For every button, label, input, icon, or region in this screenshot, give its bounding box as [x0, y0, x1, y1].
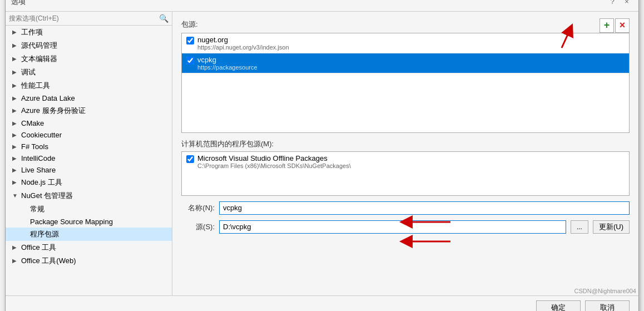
- source-name-vcpkg: vcpkg: [197, 56, 257, 64]
- tree-item-nuget[interactable]: ▼NuGet 包管理器: [6, 189, 172, 203]
- dialog-title: 选项: [11, 0, 26, 7]
- help-button[interactable]: ?: [606, 0, 618, 8]
- ok-button[interactable]: 确定: [536, 300, 581, 312]
- machine-url-offline: C:\Program Files (x86)\Microsoft SDKs\Nu…: [197, 162, 351, 169]
- tree-label-nuget-general: 常规: [30, 204, 44, 214]
- tree-item-nuget-mapping[interactable]: Package Source Mapping: [6, 216, 172, 228]
- machine-list: Microsoft Visual Studio Offline Packages…: [181, 151, 630, 196]
- expand-icon-officeweb: ▶: [12, 258, 19, 264]
- source-label: 源(S):: [181, 222, 215, 232]
- dialog-body: 🔍 ▶工作项▶源代码管理▶文本编辑器▶调试▶性能工具▶Azure Data La…: [6, 12, 638, 295]
- tree-item-intellicode[interactable]: ▶IntelliCode: [6, 152, 172, 164]
- source-name-nuget: nuget.org: [197, 36, 289, 44]
- left-panel: 🔍 ▶工作项▶源代码管理▶文本编辑器▶调试▶性能工具▶Azure Data La…: [6, 12, 172, 295]
- source-checkbox-vcpkg[interactable]: [186, 57, 194, 65]
- tree-label-cmake: CMake: [21, 119, 44, 127]
- name-label: 名称(N):: [181, 203, 215, 213]
- tree-item-nodejs[interactable]: ▶Node.js 工具: [6, 176, 172, 189]
- tree-label-nodejs: Node.js 工具: [21, 177, 62, 187]
- tree-item-liveshare[interactable]: ▶Live Share: [6, 164, 172, 176]
- expand-icon-sourcecontrol: ▶: [12, 42, 19, 48]
- tree-label-intellicode: IntelliCode: [21, 154, 55, 162]
- tree-item-fsharp[interactable]: ▶F# Tools: [6, 141, 172, 152]
- machine-sources-section: 计算机范围内的程序包源(M): Microsoft Visual Studio …: [181, 139, 630, 196]
- tree-label-fsharp: F# Tools: [21, 142, 48, 151]
- expand-icon-azuredatalake: ▶: [12, 95, 19, 101]
- expand-icon-perf: ▶: [12, 82, 19, 88]
- expand-icon-fsharp: ▶: [12, 144, 19, 150]
- tree-label-debug: 调试: [21, 67, 36, 77]
- tree-item-cookiecutter[interactable]: ▶Cookiecutter: [6, 129, 172, 141]
- pkg-sources-buttons: + ×: [600, 18, 630, 33]
- tree-label-azuredatalake: Azure Data Lake: [21, 94, 75, 102]
- expand-icon-texteditor: ▶: [12, 56, 19, 62]
- tree-label-workitem: 工作项: [21, 27, 43, 37]
- remove-source-button[interactable]: ×: [615, 18, 630, 33]
- tree-label-nuget: NuGet 包管理器: [21, 191, 73, 201]
- tree-item-officetools[interactable]: ▶Office 工具: [6, 241, 172, 254]
- tree-label-nuget-sources: 程序包源: [30, 229, 59, 239]
- source-info-vcpkg: vcpkg https://packagesource: [197, 56, 257, 71]
- source-item-nuget[interactable]: nuget.org https://api.nuget.org/v3/index…: [182, 33, 629, 53]
- machine-name-offline: Microsoft Visual Studio Offline Packages: [197, 154, 351, 162]
- tree-label-azureauth: Azure 服务身份验证: [21, 106, 86, 116]
- tree-item-texteditor[interactable]: ▶文本编辑器: [6, 52, 172, 66]
- expand-icon-cookiecutter: ▶: [12, 132, 19, 138]
- source-url-vcpkg: https://packagesource: [197, 64, 257, 71]
- source-info-nuget: nuget.org https://api.nuget.org/v3/index…: [197, 36, 289, 51]
- machine-section-label: 计算机范围内的程序包源(M):: [181, 140, 274, 148]
- right-panel-wrapper: 包源: + × nuget.org https://api.nuget.org/…: [172, 12, 638, 295]
- expand-icon-intellicode: ▶: [12, 155, 19, 161]
- source-form-row: 源(S): ... 更新(U): [181, 220, 630, 234]
- watermark: CSDN@Nightmare004: [574, 288, 636, 294]
- title-controls: ? ×: [606, 0, 633, 8]
- expand-icon-debug: ▶: [12, 69, 19, 75]
- search-icon: 🔍: [159, 14, 169, 23]
- tree-label-nuget-mapping: Package Source Mapping: [30, 218, 113, 226]
- browse-button[interactable]: ...: [571, 220, 588, 234]
- tree-item-sourcecontrol[interactable]: ▶源代码管理: [6, 39, 172, 52]
- tree-item-debug[interactable]: ▶调试: [6, 66, 172, 79]
- source-input[interactable]: [219, 220, 566, 234]
- expand-icon-officetools: ▶: [12, 244, 19, 250]
- expand-icon-azureauth: ▶: [12, 107, 19, 113]
- name-form-row: 名称(N):: [181, 201, 630, 215]
- add-source-button[interactable]: +: [600, 18, 614, 33]
- tree-item-nuget-sources[interactable]: 程序包源: [6, 228, 172, 241]
- tree-item-cmake[interactable]: ▶CMake: [6, 117, 172, 129]
- tree-label-liveshare: Live Share: [21, 166, 56, 174]
- source-checkbox-nuget[interactable]: [186, 37, 194, 45]
- expand-icon-liveshare: ▶: [12, 167, 19, 173]
- cancel-button[interactable]: 取消: [585, 300, 630, 312]
- tree-label-officeweb: Office 工具(Web): [21, 256, 76, 266]
- expand-icon-workitem: ▶: [12, 29, 19, 35]
- tree-item-azuredatalake[interactable]: ▶Azure Data Lake: [6, 92, 172, 104]
- tree-item-officeweb[interactable]: ▶Office 工具(Web): [6, 254, 172, 268]
- sources-list: nuget.org https://api.nuget.org/v3/index…: [181, 33, 630, 133]
- tree-item-workitem[interactable]: ▶工作项: [6, 26, 172, 39]
- tree-container: ▶工作项▶源代码管理▶文本编辑器▶调试▶性能工具▶Azure Data Lake…: [6, 26, 172, 295]
- update-button[interactable]: 更新(U): [593, 220, 630, 234]
- tree-item-azureauth[interactable]: ▶Azure 服务身份验证: [6, 104, 172, 117]
- machine-item-offline: Microsoft Visual Studio Offline Packages…: [182, 152, 629, 171]
- expand-icon-nodejs: ▶: [12, 179, 19, 185]
- tree-label-sourcecontrol: 源代码管理: [21, 41, 57, 51]
- name-row-wrapper: 名称(N):: [181, 201, 630, 215]
- close-button[interactable]: ×: [621, 0, 633, 8]
- pkg-sources-label: 包源:: [181, 19, 198, 29]
- machine-checkbox-offline[interactable]: [186, 155, 194, 163]
- tree-list: ▶工作项▶源代码管理▶文本编辑器▶调试▶性能工具▶Azure Data Lake…: [6, 26, 172, 268]
- source-row-wrapper: 源(S): ... 更新(U): [181, 220, 630, 234]
- expand-icon-nuget: ▼: [12, 192, 19, 199]
- search-box: 🔍: [6, 12, 172, 26]
- source-url-nuget: https://api.nuget.org/v3/index.json: [197, 44, 289, 51]
- dialog-footer: 确定 取消: [6, 295, 638, 312]
- machine-info-offline: Microsoft Visual Studio Offline Packages…: [197, 154, 351, 169]
- search-input[interactable]: [9, 14, 157, 22]
- tree-item-perf[interactable]: ▶性能工具: [6, 79, 172, 92]
- tree-item-nuget-general[interactable]: 常规: [6, 203, 172, 216]
- name-input[interactable]: [219, 201, 630, 215]
- title-bar: 选项 ? ×: [6, 0, 638, 12]
- right-panel: 包源: + × nuget.org https://api.nuget.org/…: [172, 12, 638, 240]
- source-item-vcpkg[interactable]: vcpkg https://packagesource: [182, 53, 629, 73]
